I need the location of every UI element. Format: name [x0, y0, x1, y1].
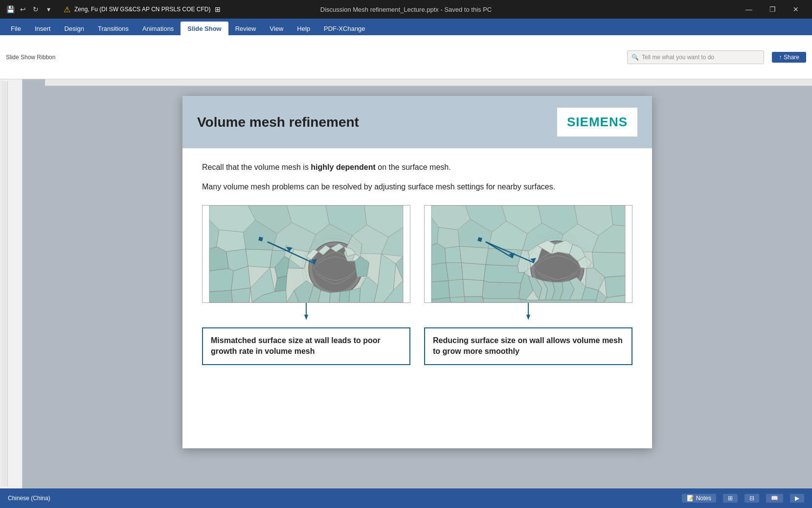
warning-icon: ⚠ — [64, 5, 70, 14]
svg-marker-96 — [482, 280, 521, 299]
left-connector-svg — [202, 303, 410, 327]
search-icon: 🔍 — [632, 54, 639, 61]
right-caption-box: Reducing surface size on wall allows vol… — [424, 327, 632, 365]
svg-marker-44 — [349, 288, 361, 302]
left-connector — [202, 303, 410, 327]
main-area: Volume mesh refinement SIEMENS Recall th… — [0, 79, 812, 488]
share-label: Share — [784, 54, 799, 61]
svg-marker-118 — [526, 315, 530, 320]
undo-icon[interactable]: ↩ — [18, 4, 28, 15]
images-row: Mismatched surface size at wall leads to… — [202, 205, 632, 365]
slide: Volume mesh refinement SIEMENS Recall th… — [182, 96, 652, 448]
svg-marker-43 — [339, 290, 350, 302]
layout-icon: ⊞ — [215, 5, 221, 13]
svg-marker-93 — [431, 280, 450, 300]
paragraph-1: Recall that the volume mesh is highly de… — [202, 163, 632, 172]
slide-sorter-icon: ⊟ — [749, 495, 754, 502]
left-caption-text: Mismatched surface size at wall leads to… — [211, 335, 402, 357]
notes-label: Notes — [696, 495, 711, 502]
normal-view-icon: ⊞ — [728, 495, 733, 502]
more-qat-icon[interactable]: ▾ — [43, 4, 54, 15]
slideshow-button[interactable]: ▶ — [790, 494, 804, 503]
restore-button[interactable]: ❐ — [761, 0, 784, 19]
close-button[interactable]: ✕ — [785, 0, 807, 19]
svg-marker-95 — [463, 279, 484, 297]
svg-marker-91 — [461, 263, 486, 281]
svg-marker-89 — [431, 263, 449, 282]
svg-marker-7 — [217, 230, 246, 252]
status-right: 📝 Notes ⊞ ⊟ 📖 ▶ — [682, 494, 804, 503]
tab-design[interactable]: Design — [57, 22, 90, 35]
svg-marker-34 — [209, 290, 233, 302]
ribbon-content: Slide Show Ribbon — [6, 54, 55, 61]
slideshow-icon: ▶ — [795, 495, 799, 502]
left-mesh-image — [202, 205, 410, 303]
tab-file[interactable]: File — [4, 22, 28, 35]
svg-marker-65 — [437, 228, 460, 249]
tab-animations[interactable]: Animations — [135, 22, 180, 35]
search-placeholder: Tell me what you want to do — [642, 54, 714, 61]
window-controls: — ❐ ✕ — [738, 0, 807, 19]
window-title: Discussion Mesh refinement_Lecture.pptx … — [320, 6, 492, 13]
slide-sorter-button[interactable]: ⊟ — [744, 494, 759, 503]
vertical-ruler — [1, 81, 8, 486]
svg-marker-32 — [209, 269, 234, 292]
right-connector — [424, 303, 632, 327]
quick-access-toolbar: 💾 ↩ ↻ ▾ — [5, 4, 54, 15]
minimize-button[interactable]: — — [738, 0, 760, 19]
right-image-block: Reducing surface size on wall allows vol… — [424, 205, 632, 365]
svg-marker-15 — [246, 249, 272, 268]
svg-marker-63 — [610, 206, 625, 226]
slide-panel — [0, 79, 23, 488]
reading-view-button[interactable]: 📖 — [766, 494, 783, 503]
slide-title: Volume mesh refinement — [197, 115, 359, 130]
ribbon-tabs: File Insert Design Transitions Animation… — [0, 19, 812, 35]
slide-header: Volume mesh refinement SIEMENS — [182, 96, 652, 148]
svg-marker-35 — [231, 288, 251, 302]
tab-insert[interactable]: Insert — [28, 22, 58, 35]
notes-icon: 📝 — [687, 495, 694, 502]
svg-marker-87 — [605, 276, 625, 298]
horizontal-ruler — [45, 79, 812, 86]
right-caption-text: Reducing surface size on wall allows vol… — [433, 335, 624, 357]
para1-bold: highly dependent — [311, 163, 375, 171]
tab-pdfxchange[interactable]: PDF-XChange — [317, 22, 372, 35]
left-image-block: Mismatched surface size at wall leads to… — [202, 205, 410, 365]
redo-icon[interactable]: ↻ — [30, 4, 41, 15]
canvas-area: Volume mesh refinement SIEMENS Recall th… — [23, 79, 812, 488]
share-icon: ↑ — [779, 54, 782, 61]
tab-help[interactable]: Help — [290, 22, 317, 35]
account-name: Zeng, Fu (DI SW GS&CS AP CN PRSLS COE CF… — [74, 6, 211, 13]
right-connector-svg — [424, 303, 632, 327]
slide-content: Recall that the volume mesh is highly de… — [182, 148, 652, 448]
paragraph-2: Many volume mesh problems can be resolve… — [202, 183, 632, 191]
svg-marker-56 — [304, 315, 308, 320]
left-mesh-svg — [203, 206, 410, 302]
left-caption-box: Mismatched surface size at wall leads to… — [202, 327, 410, 365]
svg-marker-42 — [330, 292, 340, 302]
language-label: Chinese (China) — [8, 495, 50, 502]
notes-button[interactable]: 📝 Notes — [682, 494, 716, 503]
tab-slideshow[interactable]: Slide Show — [180, 22, 228, 35]
siemens-logo: SIEMENS — [557, 108, 637, 137]
status-bar: Chinese (China) 📝 Notes ⊞ ⊟ 📖 ▶ — [0, 488, 812, 508]
svg-marker-94 — [449, 279, 465, 299]
save-icon[interactable]: 💾 — [5, 4, 16, 15]
title-bar: 💾 ↩ ↻ ▾ Discussion Mesh refinement_Lectu… — [0, 0, 812, 19]
para1-end: on the surface mesh. — [376, 163, 451, 171]
svg-marker-74 — [486, 248, 522, 266]
right-mesh-svg — [425, 206, 632, 302]
tab-review[interactable]: Review — [228, 22, 263, 35]
para1-start: Recall that the volume mesh is — [202, 163, 311, 171]
right-mesh-image — [424, 205, 632, 303]
account-info: ⚠ Zeng, Fu (DI SW GS&CS AP CN PRSLS COE … — [64, 5, 221, 14]
svg-marker-73 — [459, 246, 488, 265]
svg-marker-108 — [450, 297, 466, 302]
tab-view[interactable]: View — [263, 22, 290, 35]
tab-transitions[interactable]: Transitions — [91, 22, 135, 35]
svg-marker-90 — [446, 263, 463, 282]
reading-view-icon: 📖 — [771, 495, 778, 502]
normal-view-button[interactable]: ⊞ — [723, 494, 738, 503]
search-bar[interactable]: 🔍 Tell me what you want to do — [627, 50, 764, 64]
share-button[interactable]: ↑ Share — [772, 52, 806, 63]
